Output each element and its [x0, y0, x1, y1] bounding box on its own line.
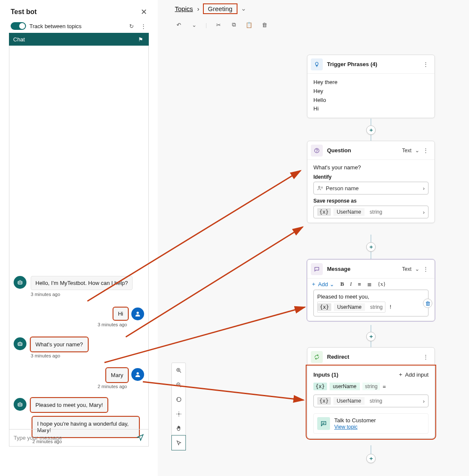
question-card[interactable]: Question Text ⌄ ⋮ What's your name? Iden…: [307, 141, 435, 223]
fit-icon[interactable]: [172, 406, 185, 421]
card-kind: Text: [402, 148, 411, 154]
card-kind: Text: [402, 266, 411, 272]
trigger-phrase: Hi: [313, 104, 428, 113]
test-bot-header: Test bot ✕: [9, 5, 149, 19]
select-icon[interactable]: [172, 435, 185, 450]
chat-tab[interactable]: Chat ⚑: [9, 33, 149, 46]
hand-icon[interactable]: [172, 421, 185, 435]
card-body: Pleased to meet you, {x} UserName string…: [307, 290, 434, 321]
svg-point-10: [20, 404, 21, 405]
bot-avatar-icon: [14, 398, 26, 411]
timestamp: 3 minutes ago: [31, 353, 88, 358]
more-icon[interactable]: ⋮: [423, 354, 428, 360]
target-topic-name: Talk to Customer: [334, 417, 376, 424]
var-type: string: [368, 303, 385, 311]
track-toggle[interactable]: [11, 22, 26, 30]
more-icon[interactable]: ⋮: [139, 22, 147, 30]
more-icon[interactable]: ⋮: [423, 61, 428, 67]
chevron-down-icon[interactable]: ⌄: [190, 21, 198, 29]
redirect-target: Talk to Customer View topic: [313, 413, 428, 434]
add-node-button[interactable]: ＋: [366, 125, 376, 135]
svg-point-3: [136, 312, 139, 314]
chevron-right-icon: ›: [197, 5, 200, 12]
add-input-button[interactable]: ＋ Add input: [398, 371, 428, 378]
message-editor[interactable]: Pleased to meet you, {x} UserName string…: [313, 290, 428, 316]
more-icon[interactable]: ⋮: [423, 266, 428, 272]
question-icon: [311, 145, 323, 157]
var-type: string: [367, 208, 385, 216]
user-avatar-icon: [131, 368, 144, 381]
paste-icon[interactable]: 📋: [245, 21, 253, 29]
redirect-icon: [311, 351, 323, 363]
send-icon[interactable]: [136, 433, 144, 442]
refresh-icon[interactable]: ↻: [127, 22, 135, 30]
value-var-type: string: [367, 397, 385, 405]
flag-icon[interactable]: ⚑: [137, 35, 145, 43]
chevron-down-icon[interactable]: ⌄: [241, 5, 246, 12]
track-toggle-wrap: Track between topics: [11, 22, 81, 30]
add-button[interactable]: ＋ Add ⌄: [311, 280, 334, 288]
compose-input[interactable]: Type your message: [9, 429, 148, 446]
bold-icon[interactable]: B: [340, 281, 344, 287]
svg-point-7: [136, 372, 139, 374]
chat-body: Hello, I'm MyTestbot. How can I help? 3 …: [9, 46, 149, 447]
add-node-button[interactable]: ＋: [366, 454, 376, 463]
input-value-select[interactable]: {x} UserName string ›: [313, 395, 428, 407]
identify-entity-select[interactable]: Person name ›: [313, 182, 428, 194]
variable-icon[interactable]: {x}: [378, 281, 386, 287]
user-avatar-icon: [131, 308, 144, 320]
input-var-type: string: [362, 383, 380, 390]
card-title: Trigger Phrases (4): [327, 61, 377, 67]
svg-point-13: [318, 186, 320, 188]
redirect-card[interactable]: Redirect ⋮ Inputs (1) ＋ Add input {x} us…: [307, 347, 435, 438]
delete-icon[interactable]: 🗑: [261, 21, 268, 29]
card-header: Trigger Phrases (4) ⋮: [307, 55, 434, 74]
zoom-in-icon[interactable]: [172, 363, 185, 377]
add-node-button[interactable]: ＋: [366, 332, 376, 341]
trailing-text: !: [390, 304, 391, 310]
view-topic-link[interactable]: View topic: [334, 424, 357, 430]
numbered-list-icon[interactable]: ≣: [367, 281, 372, 287]
svg-point-5: [19, 344, 19, 344]
bot-avatar-icon: [14, 276, 26, 289]
chevron-right-icon: ›: [423, 398, 425, 404]
topic-icon: [317, 417, 330, 430]
svg-point-12: [317, 151, 317, 152]
message-text: Pleased to meet you,: [317, 293, 425, 300]
chevron-down-icon[interactable]: ⌄: [415, 266, 420, 272]
card-title: Message: [327, 266, 350, 272]
add-node-button[interactable]: ＋: [366, 242, 376, 252]
breadcrumb-current: Greeting: [204, 4, 237, 13]
svg-point-9: [19, 404, 19, 405]
bubble-text: What's your name?: [31, 337, 88, 351]
trigger-card[interactable]: Trigger Phrases (4) ⋮ Hey there Hey Hell…: [307, 55, 435, 118]
more-icon[interactable]: ⋮: [423, 147, 428, 154]
save-as-variable[interactable]: {x} UserName string ›: [313, 206, 428, 218]
close-icon[interactable]: ✕: [141, 7, 147, 17]
save-as-label: Save response as: [313, 198, 428, 204]
copy-icon[interactable]: ⧉: [230, 21, 237, 29]
breadcrumb-root[interactable]: Topics: [175, 5, 193, 12]
message-card[interactable]: Message Text ⌄ ⋮ ＋ Add ⌄ B I ≡ ≣ {x} Ple…: [307, 259, 435, 321]
timestamp: 3 minutes ago: [31, 292, 133, 297]
redirect-body: Inputs (1) ＋ Add input {x} userName stri…: [307, 366, 434, 438]
zoom-out-icon[interactable]: [172, 377, 185, 392]
delete-icon[interactable]: 🗑: [423, 299, 432, 308]
italic-icon[interactable]: I: [350, 281, 352, 287]
svg-point-2: [20, 282, 21, 283]
bot-message: Hello, I'm MyTestbot. How can I help? 3 …: [14, 276, 133, 297]
cut-icon[interactable]: ✂: [214, 21, 222, 29]
bullet-list-icon[interactable]: ≡: [358, 281, 361, 287]
authoring-canvas: Topics › Greeting ⌄ ↶ ⌄ | ✂ ⧉ 📋 🗑 Trigge…: [158, 0, 469, 476]
bot-avatar-icon: [14, 337, 26, 350]
breadcrumb: Topics › Greeting ⌄: [158, 0, 469, 17]
trigger-phrases-list: Hey there Hey Hello Hi: [307, 74, 434, 118]
chevron-down-icon[interactable]: ⌄: [415, 147, 420, 154]
message-toolbar: ＋ Add ⌄ B I ≡ ≣ {x}: [307, 279, 434, 290]
undo-icon[interactable]: ↶: [175, 21, 182, 29]
bubble-text: Pleased to meet you, Mary!: [31, 398, 107, 412]
compose-placeholder: Type your message: [14, 435, 62, 441]
question-prompt: What's your name?: [313, 164, 428, 171]
reset-zoom-icon[interactable]: [172, 392, 185, 406]
card-header: Question Text ⌄ ⋮: [307, 141, 434, 160]
